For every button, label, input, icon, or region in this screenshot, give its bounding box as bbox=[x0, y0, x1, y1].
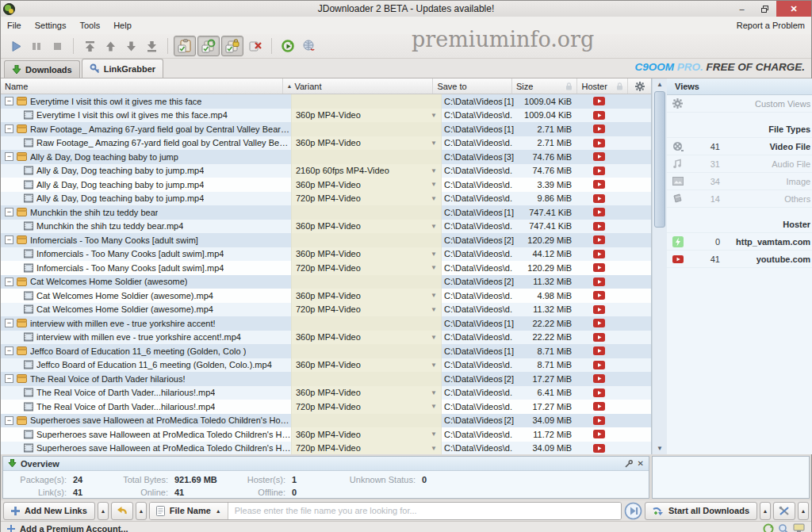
column-header-hoster[interactable]: Hoster bbox=[577, 78, 628, 94]
variant-cell[interactable]: 360p MP4-Video ▼ bbox=[291, 247, 442, 262]
variant-cell[interactable]: 360p MP4-Video ▼ bbox=[291, 386, 442, 400]
move-to-bottom-button[interactable] bbox=[141, 36, 162, 55]
variant-cell[interactable]: 360p MP4-Video ▼ bbox=[291, 220, 442, 234]
collapse-toggle-icon[interactable] bbox=[5, 97, 13, 105]
variant-cell[interactable]: 360p MP4-Video ▼ bbox=[291, 331, 442, 345]
table-row[interactable]: Ally & Day, Dog teaching baby to jump.mp… bbox=[1, 178, 651, 192]
table-row[interactable]: interview with millen eve - true yorkshi… bbox=[1, 331, 651, 345]
column-header-name[interactable]: Name bbox=[1, 78, 283, 94]
variant-cell[interactable] bbox=[291, 344, 442, 358]
premium-alert-toggle[interactable] bbox=[221, 36, 243, 56]
ad-banner[interactable]: C9OOM PRO. FREE OF CHARGE. bbox=[634, 61, 805, 73]
table-row[interactable]: Superheroes save Halloween at ProMedica … bbox=[1, 414, 651, 428]
clipboard-watch-status-icon[interactable] bbox=[778, 523, 789, 532]
table-row[interactable]: Superheroes save Halloween at ProMedica … bbox=[1, 442, 651, 455]
sidebar-filter-row[interactable]: 0 http_vamtam.com bbox=[667, 233, 812, 251]
close-button[interactable]: ✕ bbox=[776, 1, 811, 17]
remote-view-status-icon[interactable] bbox=[793, 523, 805, 532]
minimize-button[interactable]: – bbox=[730, 1, 753, 17]
vertical-scrollbar[interactable]: ▲ ▼ bbox=[652, 78, 667, 454]
table-row[interactable]: The Real Voice of Darth Vader...hilariou… bbox=[1, 386, 651, 400]
report-a-problem-link[interactable]: Report a Problem bbox=[737, 21, 805, 30]
menu-item-help[interactable]: Help bbox=[113, 21, 132, 30]
variant-cell[interactable]: 360p MP4-Video ▼ bbox=[291, 427, 442, 442]
overview-close-icon[interactable]: ✕ bbox=[638, 459, 644, 468]
collapse-toggle-icon[interactable] bbox=[5, 235, 13, 244]
variant-cell[interactable] bbox=[291, 205, 442, 220]
collapse-toggle-icon[interactable] bbox=[5, 416, 13, 425]
update-button[interactable] bbox=[278, 36, 298, 55]
sidebar-filter-row[interactable]: 41 Video File bbox=[667, 138, 812, 155]
table-row[interactable]: Raw Footage_ Amazing 67-yard field goal … bbox=[1, 136, 651, 151]
collapse-toggle-icon[interactable] bbox=[5, 346, 13, 355]
table-row[interactable]: Cat Welcomes Home Soldier (awesome) C:\D… bbox=[1, 275, 651, 289]
tab-linkgrabber[interactable]: LinkGrabber bbox=[82, 59, 163, 78]
move-up-button[interactable] bbox=[100, 36, 121, 55]
pause-downloads-button[interactable] bbox=[26, 36, 47, 55]
auto-confirm-icon[interactable] bbox=[624, 502, 642, 520]
variant-cell[interactable]: 360p MP4-Video ▼ bbox=[291, 178, 442, 192]
scroll-up-icon[interactable]: ▲ bbox=[653, 78, 667, 90]
overview-settings-icon[interactable] bbox=[625, 460, 633, 468]
custom-views-row[interactable]: Custom Views bbox=[667, 95, 812, 113]
variant-cell[interactable] bbox=[291, 233, 442, 247]
table-row[interactable]: interview with millen eve - true yorkshi… bbox=[1, 316, 651, 331]
auto-reconnect-toggle[interactable] bbox=[197, 36, 220, 56]
clipboard-observer-toggle[interactable] bbox=[174, 36, 196, 56]
start-all-downloads-button[interactable]: Start all Downloads bbox=[645, 502, 757, 520]
start-downloads-dropdown-button[interactable]: ▲ bbox=[760, 502, 771, 520]
variant-cell[interactable] bbox=[291, 94, 442, 109]
table-settings-gear-icon[interactable] bbox=[628, 78, 651, 94]
scrollbar-thumb[interactable] bbox=[654, 91, 665, 228]
variant-cell[interactable] bbox=[291, 150, 442, 164]
search-category-select[interactable]: File Name ▲ bbox=[150, 503, 228, 519]
undo-button[interactable] bbox=[111, 502, 133, 520]
variant-cell[interactable]: 720p MP4-Video ▼ bbox=[291, 400, 442, 414]
sidebar-filter-row[interactable]: 34 Image bbox=[667, 173, 812, 190]
table-row[interactable]: Everytime I visit this owl it gives me t… bbox=[1, 94, 651, 109]
menu-item-settings[interactable]: Settings bbox=[35, 21, 67, 30]
restore-button[interactable] bbox=[753, 1, 776, 17]
tab-downloads[interactable]: Downloads bbox=[4, 60, 80, 78]
move-to-top-button[interactable] bbox=[79, 36, 100, 55]
variant-cell[interactable] bbox=[291, 414, 442, 428]
variant-cell[interactable]: 720p MP4-Video ▼ bbox=[291, 192, 442, 206]
sidebar-filter-row[interactable]: 31 Audio File bbox=[667, 155, 812, 173]
collapse-toggle-icon[interactable] bbox=[5, 319, 13, 327]
scroll-down-icon[interactable]: ▼ bbox=[653, 442, 667, 454]
table-row[interactable]: Superheroes save Halloween at ProMedica … bbox=[1, 427, 651, 442]
table-row[interactable]: Ally & Day, Dog teaching baby to jump.mp… bbox=[1, 192, 651, 206]
variant-cell[interactable]: 720p MP4-Video ▼ bbox=[291, 303, 442, 317]
table-row[interactable]: Everytime I visit this owl it gives me t… bbox=[1, 109, 651, 123]
sidebar-filter-row[interactable]: 41 youtube.com bbox=[667, 251, 812, 268]
table-row[interactable]: The Real Voice of Darth Vader...hilariou… bbox=[1, 400, 651, 414]
collapse-toggle-icon[interactable] bbox=[5, 208, 13, 216]
variant-cell[interactable]: 720p MP4-Video ▼ bbox=[291, 261, 442, 275]
collapse-toggle-icon[interactable] bbox=[5, 277, 13, 286]
table-row[interactable]: Ally & Day, Dog teaching baby to jump C:… bbox=[1, 150, 651, 164]
variant-cell[interactable]: 360p MP4-Video ▼ bbox=[291, 109, 442, 123]
variant-cell[interactable] bbox=[291, 372, 442, 386]
table-row[interactable]: Infomercials - Too Many Cooks [adult swi… bbox=[1, 261, 651, 275]
table-row[interactable]: Munchkin the shih tzu teddy bear C:\Data… bbox=[1, 205, 651, 220]
table-row[interactable]: Jeffco Board of Education 11_6 meeting (… bbox=[1, 358, 651, 373]
undo-dropdown-button[interactable]: ▲ bbox=[136, 502, 147, 520]
table-row[interactable]: Cat Welcomes Home Soldier (awesome).mp4 … bbox=[1, 289, 651, 303]
move-down-button[interactable] bbox=[121, 36, 141, 55]
gear-icon[interactable] bbox=[672, 98, 688, 109]
filename-search-input[interactable] bbox=[228, 503, 621, 519]
table-row[interactable]: Raw Footage_ Amazing 67-yard field goal … bbox=[1, 122, 651, 136]
collapse-toggle-icon[interactable] bbox=[5, 152, 13, 161]
table-row[interactable]: Jeffco Board of Education 11_6 meeting (… bbox=[1, 344, 651, 358]
variant-cell[interactable] bbox=[291, 316, 442, 331]
table-row[interactable]: Cat Welcomes Home Soldier (awesome).mp4 … bbox=[1, 303, 651, 317]
sidebar-filter-row[interactable]: 14 Others bbox=[667, 190, 812, 208]
table-row[interactable]: Munchkin the shih tzu teddy bear.mp4 360… bbox=[1, 220, 651, 234]
remove-links-button[interactable] bbox=[245, 36, 266, 55]
variant-cell[interactable]: 720p MP4-Video ▼ bbox=[291, 442, 442, 455]
start-downloads-button[interactable] bbox=[6, 36, 26, 55]
settings-dropdown-button[interactable]: ▲ bbox=[798, 502, 809, 520]
column-header-variant[interactable]: ▲Variant bbox=[283, 78, 434, 94]
reconnect-status-icon[interactable] bbox=[763, 523, 774, 532]
add-new-links-button[interactable]: Add New Links bbox=[3, 502, 95, 520]
